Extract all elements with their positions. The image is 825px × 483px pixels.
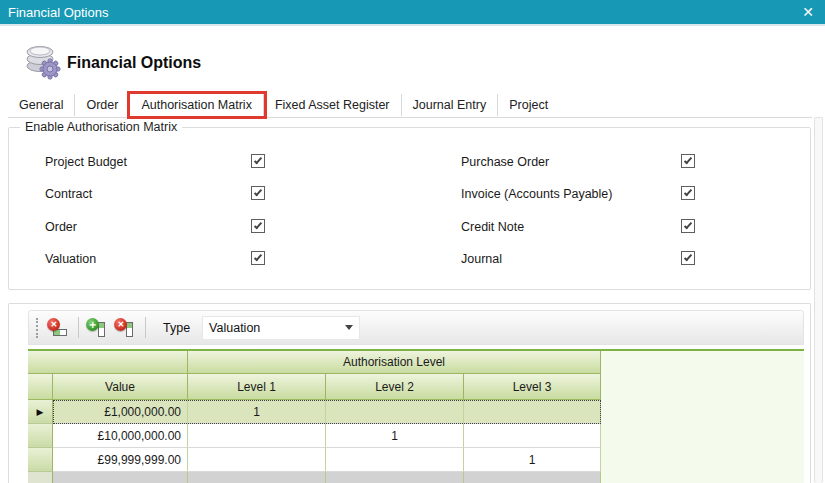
add-level-icon[interactable] (85, 316, 111, 340)
coins-gear-icon (25, 42, 63, 80)
cell-level-3[interactable] (464, 424, 601, 448)
checkbox-journal[interactable] (681, 251, 695, 265)
checkbox-credit-note[interactable] (681, 219, 695, 233)
red-x-glyph (114, 318, 127, 331)
tab-strip: General Order Authorisation Matrix Fixed… (8, 93, 559, 117)
type-label: Type (163, 321, 190, 335)
cell-value[interactable]: £99,999,999.00 (53, 448, 188, 472)
grid-header-row: Value Level 1 Level 2 Level 3 (28, 374, 804, 400)
cell-level-1[interactable] (188, 424, 326, 448)
checkbox-valuation[interactable] (251, 251, 265, 265)
table-row[interactable]: £99,999,999.00 1 (28, 448, 804, 472)
label-project-budget: Project Budget (45, 155, 127, 169)
label-journal: Journal (461, 252, 502, 266)
label-contract: Contract (45, 187, 92, 201)
cell-level-2[interactable] (326, 448, 464, 472)
chevron-down-icon (345, 325, 353, 330)
type-dropdown[interactable]: Valuation (202, 316, 360, 340)
table-row[interactable]: ▶ £1,000,000.00 1 (28, 400, 804, 424)
checkbox-invoice-accounts-payable[interactable] (681, 186, 695, 200)
label-order: Order (45, 220, 77, 234)
label-purchase-order: Purchase Order (461, 155, 549, 169)
delete-level-icon[interactable] (113, 316, 139, 340)
check-icon (254, 156, 262, 165)
check-icon (684, 253, 692, 262)
checkbox-purchase-order[interactable] (681, 154, 695, 168)
check-icon (684, 221, 692, 230)
enable-authorisation-matrix-group: Enable Authorisation Matrix Project Budg… (8, 127, 811, 290)
check-icon (254, 188, 262, 197)
right-edge-scroll-strip (814, 117, 823, 483)
authorisation-matrix-panel: Type Valuation Authorisation Level Value… (8, 303, 811, 483)
check-icon (254, 221, 262, 230)
row-selector-cell[interactable] (28, 424, 53, 448)
tab-strip-divider (8, 117, 812, 118)
header-blank-cell (28, 351, 188, 374)
tab-fixed-asset-register[interactable]: Fixed Asset Register (264, 94, 402, 116)
current-row-indicator[interactable]: ▶ (28, 400, 53, 424)
header-rowselector-cell (28, 374, 53, 400)
column-bar-glyph (98, 322, 105, 337)
row-selector-cell[interactable] (28, 448, 53, 472)
page-title: Financial Options (67, 54, 201, 72)
tab-journal-entry[interactable]: Journal Entry (402, 94, 499, 116)
green-plus-glyph (86, 318, 99, 331)
grid-header-group-row: Authorisation Level (28, 351, 804, 374)
header-value[interactable]: Value (53, 374, 188, 400)
cell-value[interactable]: £1,000,000.00 (53, 400, 188, 424)
header-level-1[interactable]: Level 1 (188, 374, 326, 400)
cell-level-3[interactable] (464, 400, 601, 424)
checkbox-project-budget[interactable] (251, 154, 265, 168)
type-dropdown-value: Valuation (209, 321, 345, 335)
row-marker-icon: ▶ (37, 407, 44, 417)
cell-level-2[interactable] (326, 400, 464, 424)
check-icon (254, 253, 262, 262)
checkbox-contract[interactable] (251, 186, 265, 200)
label-valuation: Valuation (45, 252, 96, 266)
close-icon[interactable]: ✕ (791, 0, 825, 24)
delete-row-icon[interactable] (46, 316, 72, 340)
table-row[interactable]: £10,000,000.00 1 (28, 424, 804, 448)
cell-value[interactable]: £10,000,000.00 (53, 424, 188, 448)
group-title: Enable Authorisation Matrix (20, 120, 182, 134)
cell-level-3[interactable]: 1 (464, 448, 601, 472)
window-titlebar: Financial Options ✕ (0, 0, 825, 26)
cell-level-1[interactable] (188, 448, 326, 472)
label-invoice-accounts-payable: Invoice (Accounts Payable) (461, 187, 612, 201)
check-icon (684, 156, 692, 165)
header-level-3[interactable]: Level 3 (464, 374, 601, 400)
cell-level-2[interactable]: 1 (326, 424, 464, 448)
label-credit-note: Credit Note (461, 220, 524, 234)
check-icon (684, 188, 692, 197)
tab-project[interactable]: Project (498, 94, 559, 116)
tab-authorisation-matrix[interactable]: Authorisation Matrix (130, 94, 263, 116)
toolbar-separator (78, 317, 79, 338)
toolbar-grip[interactable] (36, 318, 38, 338)
cell-value (53, 472, 188, 483)
row-selector-cell (28, 472, 53, 483)
tab-order[interactable]: Order (75, 94, 130, 116)
header-level-2[interactable]: Level 2 (326, 374, 464, 400)
cell-level-1 (188, 472, 326, 483)
cell-level-2 (326, 472, 464, 483)
header-authorisation-level: Authorisation Level (188, 351, 601, 374)
column-bar-glyph (126, 322, 133, 337)
checkbox-order[interactable] (251, 219, 265, 233)
cell-level-1[interactable]: 1 (188, 400, 326, 424)
window-title: Financial Options (0, 5, 791, 20)
matrix-toolbar: Type Valuation (28, 310, 804, 345)
red-x-glyph (47, 318, 60, 331)
table-new-row[interactable] (28, 472, 804, 483)
tab-general[interactable]: General (8, 94, 75, 116)
cell-level-3 (464, 472, 601, 483)
authorisation-matrix-grid: Authorisation Level Value Level 1 Level … (28, 349, 804, 483)
toolbar-separator (145, 317, 146, 338)
